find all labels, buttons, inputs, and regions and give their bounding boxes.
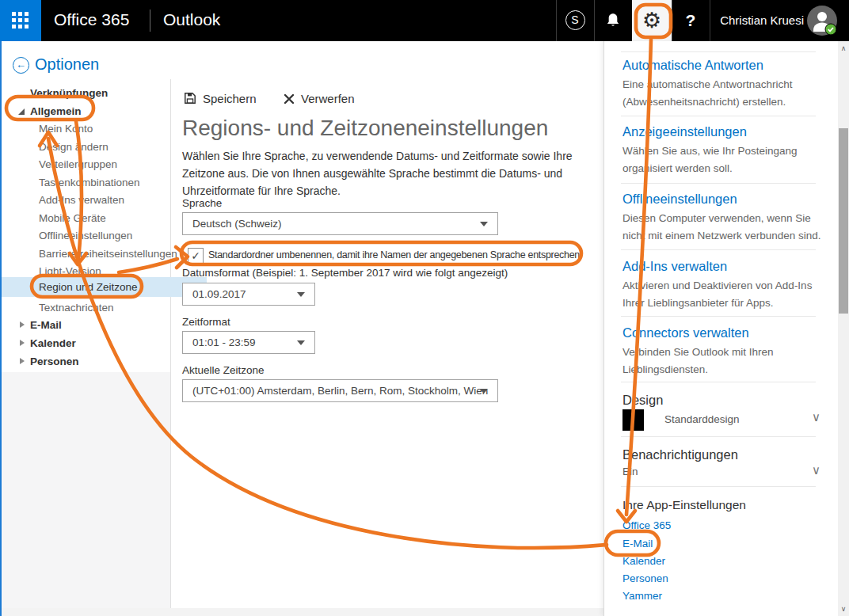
manage-addins-link[interactable]: Add-Ins verwalten: [622, 259, 835, 274]
bell-icon: [604, 11, 622, 30]
dropdown-caret-icon: [480, 389, 488, 394]
sidebar-item-addins-verwalten[interactable]: Add-Ins verwalten: [2, 191, 207, 209]
waffle-icon: [12, 12, 29, 29]
timezone-label: Aktuelle Zeitzone: [182, 364, 265, 376]
app-settings-title: Ihre App-Einstellungen: [622, 498, 746, 512]
date-format-label: Datumsformat (Beispiel: 1. September 201…: [182, 267, 508, 279]
time-format-dropdown[interactable]: 01:01 - 23:59: [182, 331, 315, 354]
sidebar-item-offlineeinstellungen[interactable]: Offlineeinstellungen: [2, 226, 207, 245]
display-settings-link[interactable]: Anzeigeeinstellungen: [622, 124, 835, 139]
page-title: Regions- und Zeitzoneneinstellungen: [182, 116, 548, 141]
app-link-kalender[interactable]: Kalender: [622, 555, 665, 567]
save-floppy-icon: [184, 92, 196, 105]
flyout-section-manage-addins: Add-Ins verwalten Aktivieren und Deaktiv…: [622, 259, 835, 311]
notifications-section-title: Benachrichtigungen: [622, 447, 738, 462]
sidebar-item-verteilergruppen[interactable]: Verteilergruppen: [2, 155, 207, 173]
sidebar-item-textnachrichten[interactable]: Textnachrichten: [2, 298, 207, 317]
time-format-label: Zeitformat: [182, 316, 230, 328]
scrollbar-thumb[interactable]: [839, 128, 848, 314]
flyout-section-manage-connectors: Connectors verwalten Verbinden Sie Outlo…: [622, 325, 835, 378]
dropdown-caret-icon: [480, 222, 488, 226]
design-value: Standarddesign: [664, 413, 740, 425]
app-launcher-button[interactable]: [0, 0, 41, 41]
user-name[interactable]: Christian Kruesi: [715, 0, 804, 41]
content-lower-background: [2, 608, 603, 616]
sidebar-item-mein-konto[interactable]: Mein Konto: [2, 120, 207, 138]
settings-gear-button[interactable]: ⚙: [632, 0, 672, 41]
person-avatar-icon: [807, 6, 837, 36]
dropdown-caret-icon: [297, 340, 305, 345]
top-bar: Office 365 Outlook S ⚙ ? Christian Krues…: [0, 0, 849, 41]
theme-swatch[interactable]: [622, 409, 644, 431]
avatar[interactable]: [807, 6, 837, 36]
app-link-yammer[interactable]: Yammer: [622, 590, 662, 602]
sidebar-item-mobile-geraete[interactable]: Mobile Geräte: [2, 209, 207, 227]
app-title-outlook: Outlook: [163, 10, 220, 29]
scroll-up-arrow-icon[interactable]: ∧: [838, 43, 849, 54]
collapsed-triangle-icon: [20, 340, 25, 346]
sidebar-item-region-und-zeitzone[interactable]: Region und Zeitzone: [2, 277, 207, 297]
settings-flyout: Automatische Antworten Eine automatische…: [603, 41, 839, 616]
sidebar-item-design-aendern[interactable]: Design ändern: [2, 138, 207, 156]
skype-button[interactable]: S: [556, 0, 594, 41]
app-link-office365[interactable]: Office 365: [622, 519, 671, 531]
back-button[interactable]: ←: [13, 57, 29, 74]
design-section-title: Design: [622, 393, 663, 408]
rename-folders-label[interactable]: Standardordner umbenennen, damit ihre Na…: [208, 249, 580, 260]
brand-divider: [150, 10, 150, 32]
collapsed-triangle-icon: [20, 321, 25, 328]
sidebar-item-kalender[interactable]: Kalender: [2, 334, 198, 352]
notifications-chevron-icon[interactable]: ∨: [812, 463, 820, 477]
expanded-triangle-icon: [18, 108, 25, 115]
flyout-section-automatic-replies: Automatische Antworten Eine automatische…: [622, 58, 835, 110]
automatic-replies-link[interactable]: Automatische Antworten: [622, 58, 835, 73]
sidebar-lower-background: [2, 372, 170, 616]
flyout-scrollbar[interactable]: ∧ ∨: [838, 41, 849, 616]
manage-connectors-link[interactable]: Connectors verwalten: [622, 325, 835, 340]
sidebar-item-allgemein[interactable]: Allgemein: [2, 102, 198, 120]
rename-folders-checkbox[interactable]: ✓: [188, 248, 204, 264]
page-description: Wählen Sie Ihre Sprache, zu verwendende …: [182, 147, 614, 200]
brand-office365[interactable]: Office 365: [54, 10, 129, 29]
skype-icon: S: [565, 10, 585, 30]
language-label: Sprache: [182, 197, 222, 209]
sidebar-item-personen[interactable]: Personen: [2, 352, 198, 371]
options-page-title[interactable]: Optionen: [35, 55, 99, 74]
date-format-dropdown[interactable]: 01.09.2017: [182, 283, 315, 306]
dropdown-caret-icon: [297, 292, 305, 297]
notifications-button[interactable]: [594, 0, 632, 41]
save-button[interactable]: Speichern: [184, 90, 257, 108]
offline-settings-link[interactable]: Offlineeinstellungen: [622, 192, 835, 207]
sidebar-item-verknuepfungen[interactable]: Verknüpfungen: [2, 84, 198, 102]
language-dropdown[interactable]: Deutsch (Schweiz): [182, 212, 498, 235]
design-chevron-icon[interactable]: ∨: [812, 410, 820, 424]
scroll-down-arrow-icon[interactable]: ∨: [838, 603, 849, 614]
app-link-personen[interactable]: Personen: [622, 572, 668, 584]
question-mark-icon: ?: [686, 11, 696, 29]
discard-x-icon: [284, 93, 295, 105]
sidebar-item-email[interactable]: E-Mail: [2, 316, 198, 334]
timezone-dropdown[interactable]: (UTC+01:00) Amsterdam, Berlin, Bern, Rom…: [182, 379, 498, 402]
gear-icon: ⚙: [642, 9, 661, 32]
sidebar-item-barrierefreiheit[interactable]: Barrierefreiheitseinstellungen: [2, 245, 207, 263]
collapsed-triangle-icon: [20, 358, 25, 364]
back-arrow-icon: ←: [16, 59, 26, 70]
flyout-section-offline-settings: Offlineeinstellungen Diesen Computer ver…: [622, 192, 835, 244]
help-button[interactable]: ?: [672, 0, 710, 41]
app-link-email[interactable]: E-Mail: [622, 538, 653, 549]
sidebar-item-tastenkombinationen[interactable]: Tastenkombinationen: [2, 173, 207, 192]
discard-button[interactable]: Verwerfen: [284, 90, 355, 108]
checkmark-icon: ✓: [191, 249, 200, 262]
flyout-section-display-settings: Anzeigeeinstellungen Wählen Sie aus, wie…: [622, 124, 835, 177]
notifications-value: Ein: [622, 466, 638, 477]
